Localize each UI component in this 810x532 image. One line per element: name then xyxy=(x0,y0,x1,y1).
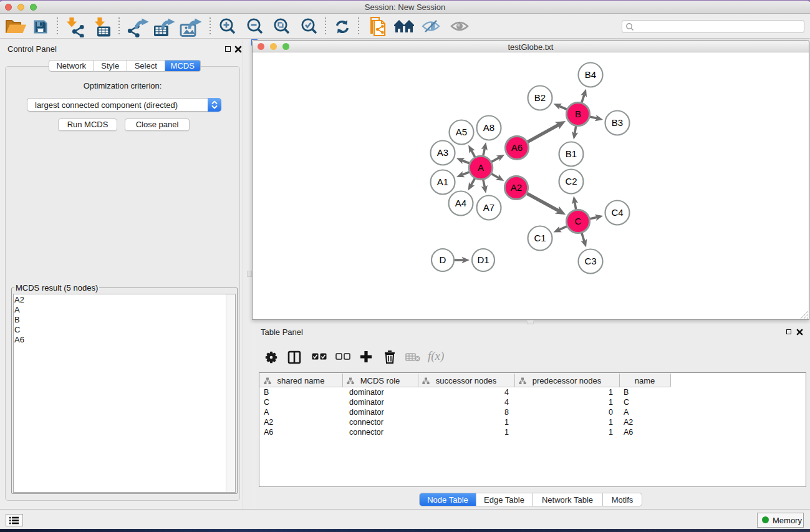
svg-text:A3: A3 xyxy=(437,147,448,158)
svg-text:C3: C3 xyxy=(584,256,596,266)
svg-text:A1: A1 xyxy=(437,177,448,187)
svg-text:B1: B1 xyxy=(566,148,577,159)
svg-text:A8: A8 xyxy=(483,122,494,133)
svg-text:B: B xyxy=(575,109,581,119)
svg-text:A5: A5 xyxy=(456,127,467,137)
svg-text:A6: A6 xyxy=(511,142,523,153)
svg-text:A7: A7 xyxy=(483,202,494,213)
svg-text:B4: B4 xyxy=(585,69,596,80)
svg-text:C2: C2 xyxy=(565,176,577,186)
svg-text:A4: A4 xyxy=(455,198,466,208)
svg-text:C: C xyxy=(575,216,582,226)
svg-text:A2: A2 xyxy=(511,182,522,193)
svg-text:D: D xyxy=(440,254,446,265)
svg-text:C1: C1 xyxy=(534,233,546,243)
svg-text:C4: C4 xyxy=(611,207,623,218)
svg-text:B2: B2 xyxy=(534,92,546,103)
svg-text:D1: D1 xyxy=(477,254,489,265)
svg-text:B3: B3 xyxy=(612,117,623,128)
svg-text:A: A xyxy=(478,162,484,173)
